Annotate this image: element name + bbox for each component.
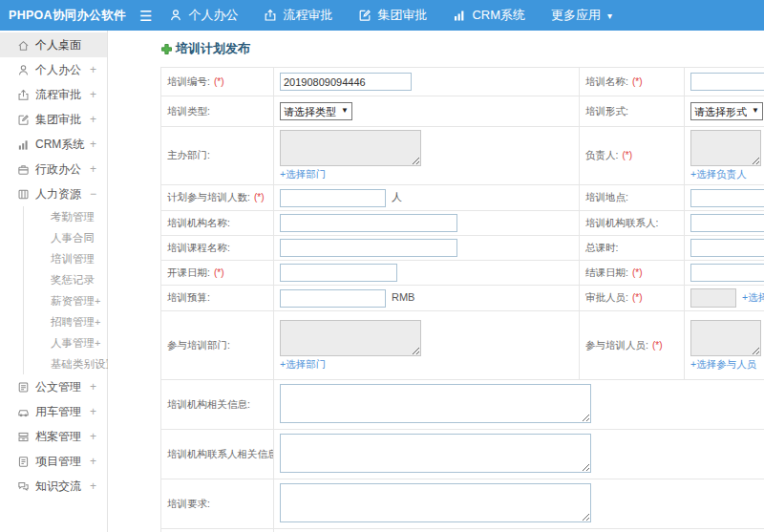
- select-leader-link[interactable]: +选择负责人: [690, 168, 747, 181]
- archive-icon: [17, 431, 30, 443]
- training-mode-select[interactable]: 请选择形式: [690, 102, 763, 120]
- expand-icon[interactable]: +: [90, 406, 96, 417]
- select-participants-link[interactable]: +选择参与人员: [690, 358, 756, 372]
- nav-group-approval[interactable]: 集团审批: [358, 7, 427, 24]
- field-label: 培训地点:: [580, 185, 685, 211]
- sidebar-item-document-mgmt[interactable]: 公文管理+: [0, 374, 107, 399]
- field-label: 总课时:: [580, 236, 685, 261]
- collapse-icon[interactable]: −: [90, 188, 96, 200]
- budget-input[interactable]: [280, 289, 386, 308]
- field-label: 参与培训部门:: [161, 311, 274, 380]
- field-label: 培训名称:(*): [580, 68, 685, 96]
- sidebar-item-personnel-mgmt[interactable]: 人事管理+: [24, 332, 107, 353]
- sidebar-item-knowledge[interactable]: 知识交流+: [0, 474, 107, 499]
- field-label: 培训机构相关信息:: [161, 380, 274, 430]
- sidebar-item-group-approval[interactable]: 集团审批+: [0, 107, 107, 132]
- nav-crm-system[interactable]: CRM系统: [453, 7, 525, 24]
- sidebar-item-hr-contract[interactable]: 人事合同: [24, 227, 107, 248]
- hamburger-icon[interactable]: ☰: [139, 9, 152, 23]
- requirement-textarea[interactable]: [280, 483, 591, 522]
- training-no-input[interactable]: [280, 73, 412, 91]
- expand-icon[interactable]: +: [90, 456, 96, 467]
- hr-icon: [17, 188, 30, 201]
- sidebar-item-personal-office[interactable]: 个人办公+: [0, 57, 107, 82]
- doc-icon: [17, 381, 30, 394]
- project-icon: [17, 456, 30, 468]
- main-content: 培训计划发布 培训编号:(*) 培训名称:(*) 培训类型: 请选择类型▼ 培训…: [108, 31, 764, 532]
- app-logo: PHPOA协同办公软件: [0, 8, 139, 24]
- expand-icon[interactable]: +: [90, 163, 96, 175]
- user-icon: [17, 64, 30, 76]
- select-dept-link[interactable]: +选择部门: [280, 358, 326, 372]
- chat-icon: [17, 480, 30, 493]
- course-name-input[interactable]: [280, 239, 457, 257]
- field-label: 培训形式:: [580, 96, 685, 127]
- field-label: 附件文档:: [161, 529, 274, 532]
- expand-icon[interactable]: +: [90, 64, 96, 75]
- required-mark: (*): [214, 267, 224, 278]
- sidebar-item-attendance[interactable]: 考勤管理: [24, 206, 107, 227]
- field-label: 结课日期:(*): [580, 261, 685, 286]
- car-icon: [17, 406, 30, 418]
- plan-count-input[interactable]: [280, 189, 386, 207]
- sidebar-item-vehicle-mgmt[interactable]: 用车管理+: [0, 399, 107, 424]
- org-contact-input[interactable]: [690, 214, 764, 232]
- field-label: 主办部门:: [161, 127, 274, 185]
- expand-icon[interactable]: +: [90, 114, 96, 125]
- required-mark: (*): [214, 76, 224, 87]
- field-label: 培训预算:: [161, 286, 274, 311]
- sidebar-item-personal-desktop[interactable]: 个人桌面: [0, 32, 107, 57]
- expand-icon[interactable]: +: [90, 431, 96, 442]
- app-window: PHPOA协同办公软件 ☰ 个人办公 流程审批 集团审批 CRM系统 更多应用 …: [0, 0, 764, 532]
- top-nav: 个人办公 流程审批 集团审批 CRM系统 更多应用 ▾: [169, 7, 638, 24]
- nav-more-apps[interactable]: 更多应用 ▾: [551, 7, 612, 24]
- sidebar-item-hr[interactable]: 人力资源−: [0, 181, 107, 206]
- sidebar-item-base-category[interactable]: 基础类别设置+: [24, 353, 107, 374]
- expand-icon[interactable]: +: [95, 317, 100, 328]
- sidebar-item-archive-mgmt[interactable]: 档案管理+: [0, 424, 107, 449]
- sidebar-item-recruit-mgmt[interactable]: 招聘管理+: [24, 311, 107, 332]
- expand-icon[interactable]: +: [90, 138, 96, 150]
- sidebar-item-training-mgmt[interactable]: 培训管理: [24, 248, 107, 269]
- host-dept-textarea[interactable]: [280, 130, 421, 166]
- nav-flow-approval[interactable]: 流程审批: [264, 7, 332, 24]
- place-input[interactable]: [690, 189, 764, 207]
- top-header: PHPOA协同办公软件 ☰ 个人办公 流程审批 集团审批 CRM系统 更多应用 …: [0, 0, 764, 31]
- expand-icon[interactable]: +: [95, 296, 100, 307]
- expand-icon[interactable]: +: [90, 381, 96, 393]
- leader-textarea[interactable]: [690, 130, 761, 166]
- field-label: 培训机构联系人相关信息:: [161, 430, 274, 479]
- sidebar-item-crm[interactable]: CRM系统+: [0, 132, 107, 157]
- start-date-input[interactable]: [280, 264, 397, 282]
- total-hours-input[interactable]: [690, 239, 764, 257]
- nav-label: 个人办公: [188, 7, 238, 24]
- end-date-input[interactable]: [690, 264, 764, 282]
- org-info-textarea[interactable]: [280, 384, 591, 423]
- org-name-input[interactable]: [280, 214, 457, 232]
- chart-icon: [453, 9, 466, 22]
- expand-icon[interactable]: +: [90, 480, 96, 492]
- sidebar-item-salary-mgmt[interactable]: 薪资管理+: [24, 290, 107, 311]
- field-label: 计划参与培训人数:(*): [161, 185, 274, 211]
- sidebar-item-reward-record[interactable]: 奖惩记录: [24, 269, 107, 290]
- contact-info-textarea[interactable]: [280, 434, 591, 473]
- sidebar-item-flow-approval[interactable]: 流程审批+: [0, 82, 107, 107]
- edit-icon: [358, 9, 371, 22]
- training-type-select[interactable]: 请选择类型: [280, 102, 352, 120]
- chart-icon: [17, 138, 30, 151]
- nav-personal-office[interactable]: 个人办公: [169, 7, 238, 24]
- expand-icon[interactable]: +: [95, 338, 100, 349]
- approver-input[interactable]: [690, 288, 736, 308]
- field-label: 参与培训人员:(*): [580, 311, 685, 380]
- training-name-input[interactable]: [690, 73, 764, 91]
- nav-label: 集团审批: [377, 7, 427, 24]
- join-people-textarea[interactable]: [690, 320, 761, 356]
- nav-label: 更多应用: [551, 7, 601, 24]
- expand-icon[interactable]: +: [90, 89, 96, 100]
- sidebar-item-project-mgmt[interactable]: 项目管理+: [0, 449, 107, 474]
- select-dept-link[interactable]: +选择部门: [280, 168, 326, 181]
- join-dept-textarea[interactable]: [280, 320, 421, 356]
- sidebar-item-admin-office[interactable]: 行政办公+: [0, 157, 107, 181]
- select-approver-link[interactable]: +选择审批人员: [742, 291, 764, 303]
- required-mark: (*): [632, 267, 643, 278]
